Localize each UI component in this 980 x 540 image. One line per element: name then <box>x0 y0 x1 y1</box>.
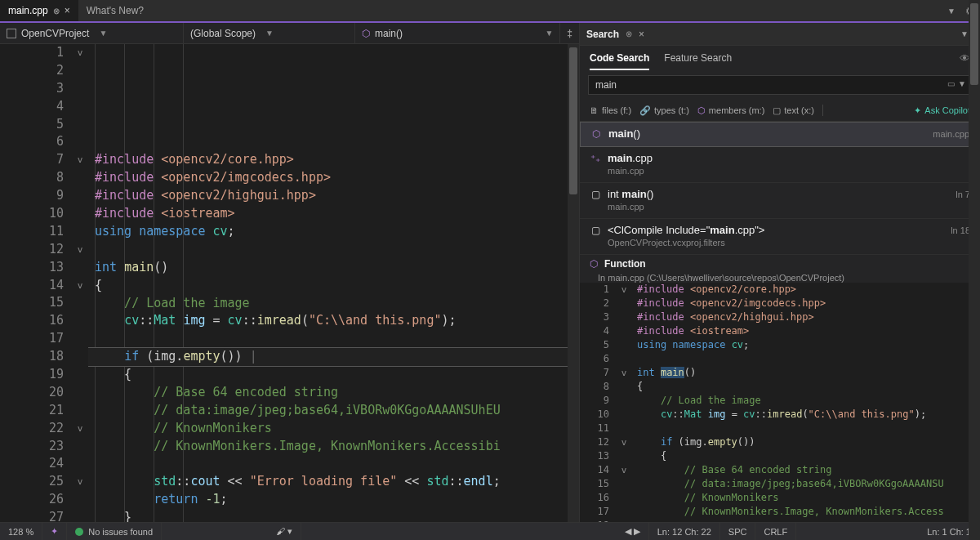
code-line[interactable]: #include <opencv2/imgcodecs.hpp> <box>630 297 980 310</box>
fold-toggle[interactable]: v <box>72 151 88 169</box>
code-line[interactable]: // Base 64 encoded string <box>88 384 579 402</box>
code-line[interactable]: // KnownMonikers <box>88 420 579 438</box>
fold-toggle[interactable]: v <box>72 420 88 438</box>
fold-toggle[interactable] <box>72 133 88 151</box>
fold-toggle[interactable] <box>72 294 88 312</box>
code-line[interactable]: int main() <box>630 366 980 380</box>
filter-members[interactable]: ⬡ members (m:) <box>697 105 764 116</box>
fold-toggle[interactable]: v <box>72 241 88 259</box>
fold-toggle[interactable] <box>72 187 88 205</box>
code-line[interactable]: if (img.empty()) <box>630 435 980 449</box>
fold-toggle[interactable] <box>72 402 88 420</box>
editor-tab-whatsnew[interactable]: What's New? <box>78 0 152 21</box>
fold-toggle[interactable] <box>617 338 630 352</box>
code-line[interactable] <box>88 456 579 474</box>
code-line[interactable]: using namespace cv; <box>88 223 579 241</box>
fold-toggle[interactable]: v <box>617 463 630 477</box>
fold-toggle[interactable] <box>72 438 88 456</box>
code-line[interactable]: #include <opencv2/core.hpp> <box>630 283 980 297</box>
fold-toggle[interactable] <box>617 491 630 505</box>
code-line[interactable] <box>88 330 579 348</box>
code-line[interactable]: { <box>88 366 579 384</box>
search-result[interactable]: ⁺₊main.cppmain.cpp <box>580 147 980 183</box>
search-result[interactable]: ⬡main()main.cpp <box>580 122 980 147</box>
code-line[interactable]: } <box>88 509 579 522</box>
code-line[interactable]: // KnownMonikers.Image, KnownMonikers.Ac… <box>630 505 980 519</box>
status-crlf[interactable]: CRLF <box>755 523 796 540</box>
fold-toggle[interactable] <box>617 449 630 463</box>
nav-project[interactable]: OpenCVProject ▼ <box>0 23 184 43</box>
code-line[interactable]: // data:image/jpeg;base64,iVBORw0KGgoAAA… <box>630 477 980 491</box>
code-line[interactable]: // KnownMonikers.Image, KnownMonikers.Ac… <box>88 438 579 456</box>
scrollbar-vertical[interactable] <box>568 44 579 522</box>
status-nav[interactable]: ◀ ▶ <box>617 523 649 540</box>
fold-toggle[interactable] <box>72 491 88 509</box>
fold-toggle[interactable] <box>72 223 88 241</box>
editor-tab-main[interactable]: main.cpp ⊗ × <box>0 0 78 21</box>
code-line[interactable]: cv::Mat img = cv::imread("C:\\and this.p… <box>88 312 579 330</box>
status-spc[interactable]: SPC <box>720 523 756 540</box>
code-line[interactable]: #include <opencv2/highgui.hpp> <box>88 187 579 205</box>
code-line[interactable] <box>88 241 579 259</box>
fold-toggle[interactable] <box>617 324 630 338</box>
fold-toggle[interactable] <box>72 116 88 134</box>
status-zoom[interactable]: 128 % <box>0 523 42 540</box>
fold-toggle[interactable] <box>72 62 88 80</box>
fold-toggle[interactable] <box>72 330 88 348</box>
preview-editor[interactable]: 123456789101112131415161718 vvvv #includ… <box>580 283 980 522</box>
tab-code-search[interactable]: Code Search <box>590 52 649 70</box>
code-line[interactable] <box>630 422 980 435</box>
fold-toggle[interactable] <box>72 80 88 98</box>
code-line[interactable] <box>630 519 980 522</box>
fold-toggle[interactable] <box>72 169 88 187</box>
fold-toggle[interactable]: v <box>617 283 630 297</box>
fold-toggle[interactable] <box>617 380 630 394</box>
fold-toggle[interactable]: v <box>617 435 630 449</box>
ask-copilot[interactable]: ✦ Ask Copilot <box>914 105 970 116</box>
fold-toggle[interactable] <box>72 259 88 277</box>
pin-icon[interactable]: ⊗ <box>53 7 60 16</box>
fold-toggle[interactable] <box>72 205 88 223</box>
code-line[interactable]: cv::Mat img = cv::imread("C:\\and this.p… <box>630 408 980 422</box>
code-line[interactable]: { <box>630 380 980 394</box>
code-line[interactable]: // Load the image <box>630 394 980 408</box>
nav-func[interactable]: ⬡ main() ▼ <box>355 23 560 43</box>
code-line[interactable]: return -1; <box>88 491 579 509</box>
code-line[interactable]: #include <iostream> <box>630 324 980 338</box>
tab-overflow-icon[interactable]: ▼ <box>942 7 960 16</box>
code-line[interactable]: // Load the image <box>88 295 579 313</box>
fold-toggle[interactable] <box>617 519 630 522</box>
code-line[interactable]: #include <iostream> <box>88 205 579 223</box>
code-line[interactable]: { <box>88 277 579 295</box>
code-line[interactable]: { <box>630 449 980 463</box>
code-line[interactable]: #include <opencv2/core.hpp> <box>88 151 579 169</box>
fold-toggle[interactable] <box>617 422 630 435</box>
code-line[interactable]: int main() <box>88 259 579 277</box>
filter-text[interactable]: ▢ text (x:) <box>773 105 814 116</box>
fold-toggle[interactable]: v <box>72 473 88 491</box>
fold-toggle[interactable] <box>617 310 630 324</box>
split-icon[interactable]: ‡ <box>560 28 579 39</box>
fold-toggle[interactable] <box>72 509 88 522</box>
fold-toggle[interactable] <box>72 455 88 473</box>
fold-toggle[interactable]: v <box>72 277 88 295</box>
fold-toggle[interactable] <box>617 408 630 422</box>
close-icon[interactable]: × <box>639 29 644 40</box>
fold-toggle[interactable] <box>617 297 630 310</box>
search-input[interactable]: main ▭▼ <box>588 75 972 95</box>
code-line[interactable]: // Base 64 encoded string <box>630 463 980 477</box>
code-line[interactable]: #include <opencv2/highgui.hpp> <box>630 310 980 324</box>
fold-toggle[interactable] <box>72 384 88 402</box>
pin-icon[interactable]: ⊗ <box>626 29 632 38</box>
code-line[interactable]: // data:image/jpeg;base64,iVBORw0KGgoAAA… <box>88 402 579 420</box>
main-editor[interactable]: 1234567891011121314151617181920212223242… <box>0 44 579 522</box>
search-result[interactable]: ▢int main()ln 7main.cpp <box>580 183 980 219</box>
scrollbar-vertical[interactable] <box>969 283 980 522</box>
search-result[interactable]: ▢<ClCompile Include="main.cpp">ln 18Open… <box>580 219 980 255</box>
fold-toggle[interactable] <box>617 352 630 366</box>
nav-scope[interactable]: (Global Scope) ▼ <box>184 23 355 43</box>
code-line[interactable]: if (img.empty()) | <box>88 348 579 366</box>
fold-toggle[interactable] <box>72 98 88 116</box>
filter-types[interactable]: 🔗 types (t:) <box>639 105 689 116</box>
fold-toggle[interactable] <box>72 312 88 330</box>
